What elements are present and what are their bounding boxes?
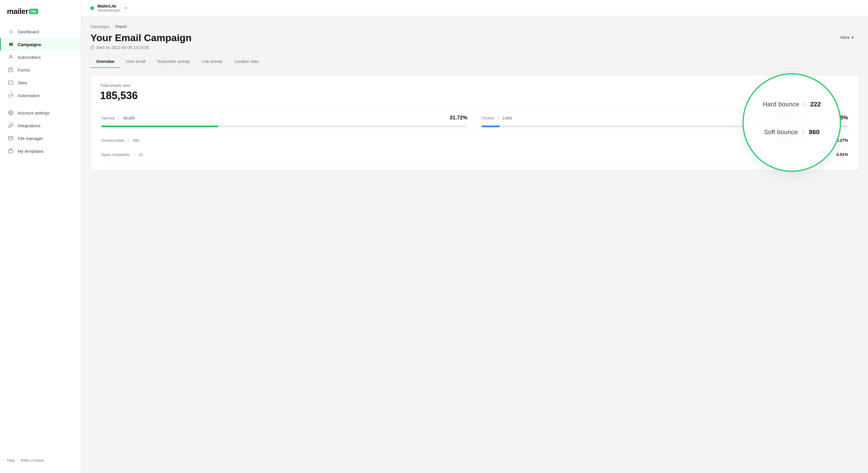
plan-chevron-icon[interactable]: ▾ — [125, 6, 127, 10]
sidebar-item-subscribers[interactable]: Subscribers — [0, 51, 81, 63]
page-title: Your Email Campaign — [90, 32, 192, 43]
sidebar-item-label: File manager — [18, 136, 43, 141]
opened-progress-bg — [101, 126, 467, 127]
sidebar-item-label: My templates — [18, 149, 43, 154]
total-label: Total emails sent — [100, 83, 849, 88]
page-subtitle: Sent on 2022-05-05 13:15:06 — [90, 45, 192, 50]
opened-person-icon — [117, 116, 121, 120]
sidebar-item-label: Sites — [18, 80, 27, 85]
svg-point-8 — [128, 139, 129, 140]
opened-label: Opened — [101, 116, 115, 120]
sidebar-item-dashboard[interactable]: ⊙ Dashboard — [0, 25, 81, 38]
hard-bounce-title: Hard bounce 222 — [753, 101, 830, 108]
page-header: Your Email Campaign Sent on 2022-05-05 1… — [90, 32, 859, 50]
automation-icon — [8, 92, 13, 98]
hard-bounce-section: Hard bounce 222 - - - - - - - — [753, 95, 830, 123]
svg-rect-4 — [9, 136, 13, 140]
sidebar-item-label: Forms — [18, 67, 30, 72]
sidebar-item-automation[interactable]: Automation — [0, 89, 81, 102]
campaigns-icon: ✉ — [8, 41, 13, 47]
spam-count: 16 — [138, 153, 143, 157]
top-stats: Opened 58,855 31.72% Clicked — [100, 109, 849, 133]
svg-rect-2 — [9, 81, 13, 84]
unsubscribed-label: Unsubscribed — [101, 138, 124, 143]
nav-bottom: Help • Refer a friend — [0, 455, 81, 466]
logo: mailerlite — [0, 7, 81, 25]
dashboard-icon: ⊙ — [8, 29, 13, 34]
opened-count: 58,855 — [123, 116, 135, 120]
svg-point-6 — [118, 117, 120, 118]
unsubscribed-person-icon — [127, 138, 130, 142]
sidebar-item-file-manager[interactable]: File manager — [0, 132, 81, 145]
bounce-tooltip: Hard bounce 222 - - - - - - - Soft bounc… — [742, 73, 841, 172]
opened-progress-fill — [101, 126, 218, 127]
svg-point-11 — [803, 130, 804, 132]
soft-bounce-title: Soft bounce 860 — [753, 128, 830, 136]
sidebar-item-account-settings[interactable]: Account settings — [0, 106, 81, 119]
soft-bounce-count: 860 — [809, 128, 819, 136]
sidebar-item-my-templates[interactable]: My templates — [0, 145, 81, 157]
spam-percent: 0.01% — [836, 152, 848, 157]
hard-bounce-person-icon — [802, 102, 807, 107]
tab-view-email[interactable]: View email — [120, 56, 151, 68]
clicked-count: 2,855 — [503, 116, 512, 120]
svg-point-3 — [10, 112, 11, 114]
clicked-label: Clicked — [482, 116, 494, 120]
spam-complaints-row: Spam complaints 16 0.01% — [100, 148, 849, 162]
plan-name: MailerLite — [97, 4, 120, 8]
account-settings-icon — [8, 110, 13, 116]
unsubscribed-row: Unsubscribed 498 0.27% — [100, 133, 849, 148]
unsubscribed-count: 498 — [133, 138, 139, 143]
tab-link-activity[interactable]: Link activity — [196, 56, 228, 68]
soft-bounce-section: Soft bounce 860 - - - - - - - — [753, 123, 830, 150]
sidebar-item-campaigns[interactable]: ✉ Campaigns — [0, 38, 81, 51]
help-link[interactable]: Help — [7, 458, 15, 463]
plan-info: MailerLite Advanced plan — [97, 4, 120, 12]
logo-text: mailer — [7, 7, 28, 16]
sidebar-item-label: Dashboard — [18, 29, 39, 34]
plan-sub: Advanced plan — [97, 8, 120, 12]
sent-date: Sent on 2022-05-05 13:15:06 — [96, 45, 149, 50]
svg-point-10 — [804, 103, 806, 104]
tabs-bar: Overview View email Subscriber activity … — [90, 56, 859, 68]
tab-overview[interactable]: Overview — [90, 56, 120, 68]
opened-stat: Opened 58,855 31.72% — [100, 109, 474, 133]
refer-link[interactable]: Refer a friend — [21, 458, 43, 463]
total-value: 185,536 — [100, 90, 849, 102]
sidebar: mailerlite ⊙ Dashboard ✉ Campaigns Subsc… — [0, 0, 81, 473]
bottom-rows: Unsubscribed 498 0.27% Spam complaints 1… — [100, 133, 849, 162]
integrations-icon — [8, 123, 13, 128]
tab-location-data[interactable]: Location data — [228, 56, 265, 68]
svg-point-7 — [497, 117, 499, 118]
more-button[interactable]: More ▾ — [835, 32, 859, 42]
clicked-person-icon — [496, 116, 500, 120]
sidebar-item-integrations[interactable]: Integrations — [0, 119, 81, 132]
breadcrumb-separator: › — [112, 24, 113, 29]
hard-bounce-count: 222 — [810, 101, 821, 108]
breadcrumb-current: Report — [115, 24, 127, 29]
file-manager-icon — [8, 135, 13, 141]
sidebar-item-label: Integrations — [18, 123, 40, 128]
soft-bounce-person-icon — [801, 130, 806, 135]
breadcrumb-parent[interactable]: Campaigns — [90, 24, 110, 29]
spam-person-icon — [132, 153, 136, 157]
svg-point-0 — [10, 55, 11, 57]
sidebar-item-sites[interactable]: Sites — [0, 76, 81, 89]
clock-icon — [90, 45, 94, 50]
stats-card: Total emails sent 185,536 Opened 58,855 … — [90, 75, 859, 170]
logo-badge: lite — [29, 9, 38, 14]
subscribers-icon — [8, 54, 13, 60]
sidebar-item-forms[interactable]: Forms — [0, 63, 81, 76]
sidebar-item-label: Campaigns — [18, 42, 41, 47]
plan-status-dot — [90, 6, 94, 10]
opened-percent: 31.72% — [450, 115, 467, 121]
my-templates-icon — [8, 148, 13, 154]
sidebar-item-label: Subscribers — [18, 55, 40, 60]
tab-subscriber-activity[interactable]: Subscriber activity — [151, 56, 196, 68]
more-chevron-icon: ▾ — [851, 35, 854, 40]
soft-bounce-dashes: - - - - - - - — [753, 138, 830, 144]
breadcrumb: Campaigns › Report — [90, 24, 859, 29]
forms-icon — [8, 67, 13, 73]
sites-icon — [8, 80, 13, 86]
topbar: MailerLite Advanced plan ▾ — [81, 0, 868, 16]
